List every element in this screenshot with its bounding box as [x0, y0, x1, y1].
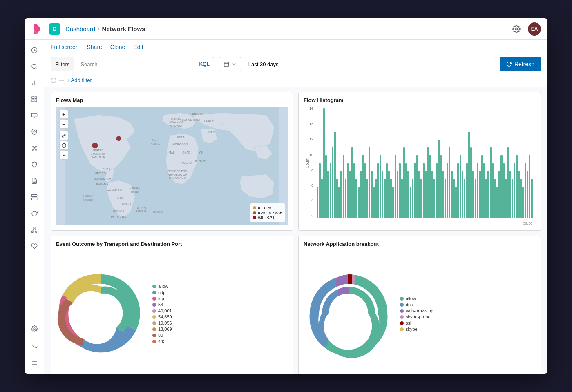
time-picker[interactable]	[219, 57, 241, 71]
y-label-8: 8	[311, 168, 313, 172]
hist-bar	[416, 155, 418, 218]
content-area: Full screen Share Clone Edit Filters KQL…	[25, 40, 547, 374]
svg-text:STATES OF: STATES OF	[90, 152, 106, 155]
breadcrumb-current: Network Flows	[102, 25, 145, 32]
flow-histogram-title: Flow Histogram	[304, 97, 536, 103]
sidebar-item-settings[interactable]	[27, 321, 42, 336]
svg-rect-28	[31, 198, 37, 200]
breadcrumb-separator: /	[98, 25, 99, 32]
hist-bar	[355, 179, 357, 218]
hist-bar	[407, 171, 409, 218]
sidebar-item-infra[interactable]	[27, 190, 42, 205]
legend-item-3: 0.5 – 0.75	[258, 216, 274, 220]
network-app-panel: Network Application breakout	[298, 236, 541, 374]
expand-button[interactable]: ⤢	[59, 131, 68, 140]
svg-text:CHAD: CHAD	[182, 151, 190, 154]
edit-link[interactable]: Edit	[133, 44, 143, 50]
hist-bar	[425, 171, 427, 218]
sidebar-item-apm[interactable]	[27, 206, 42, 221]
svg-line-24	[34, 149, 36, 149]
polygon-button[interactable]: ⬡	[59, 141, 68, 150]
hist-bar	[401, 179, 403, 218]
sidebar-item-visualize[interactable]	[27, 76, 42, 90]
svg-text:UNITED: UNITED	[93, 149, 103, 152]
hist-bar	[531, 179, 532, 218]
svg-text:SIERRA: SIERRA	[136, 207, 147, 209]
hist-bar	[518, 171, 520, 218]
filter-dot	[51, 78, 56, 83]
calendar-icon	[223, 61, 229, 67]
net-legend-skype-probe: skype-probe	[406, 314, 431, 319]
kql-badge[interactable]: KQL	[195, 57, 214, 71]
legend-10056: 10,056	[158, 321, 172, 325]
sidebar-item-security[interactable]	[27, 157, 42, 172]
rect-button[interactable]: ▪	[59, 151, 68, 160]
settings-icon[interactable]	[510, 22, 523, 36]
net-legend-dns: dns	[406, 302, 413, 307]
sidebar-item-ml[interactable]	[27, 141, 42, 156]
svg-rect-11	[32, 100, 34, 102]
clone-link[interactable]: Clone	[110, 44, 125, 50]
hist-bar	[429, 155, 431, 218]
sidebar-item-discover[interactable]	[27, 59, 42, 74]
svg-text:Atlantic: Atlantic	[130, 186, 140, 189]
svg-text:THE CONGO: THE CONGO	[169, 176, 186, 179]
sidebar-item-maps[interactable]	[27, 125, 42, 139]
breadcrumb-parent[interactable]: Dashboard	[65, 25, 95, 32]
hist-bar	[382, 171, 383, 218]
sidebar-item-logs[interactable]	[27, 174, 42, 188]
sidebar-item-canvas[interactable]	[27, 108, 42, 123]
breadcrumb: Dashboard / Network Flows	[65, 25, 145, 32]
sidebar-item-network[interactable]	[27, 223, 42, 237]
sidebar-item-dashboard[interactable]	[27, 92, 42, 107]
zoom-in-button[interactable]: +	[59, 110, 68, 119]
user-avatar[interactable]: EA	[528, 22, 541, 36]
svg-text:IRAN: IRAN	[208, 131, 215, 134]
hist-bar	[507, 147, 509, 218]
hist-bar	[336, 179, 338, 218]
event-outcome-chart	[56, 268, 146, 360]
hist-bar	[529, 155, 530, 218]
legend-53: 53	[158, 302, 163, 307]
hist-bar	[514, 163, 515, 218]
hist-bar	[405, 163, 407, 218]
y-label-6: 6	[311, 183, 313, 187]
svg-point-1	[516, 28, 518, 30]
map-legend: 0 – 0.25 0.25 – 0.5MAB 0.5 – 0.75	[250, 203, 285, 222]
add-filter-link[interactable]: + Add filter	[67, 77, 92, 83]
network-app-chart	[304, 268, 393, 360]
svg-text:UNITED: UNITED	[171, 117, 181, 120]
hist-bar	[332, 147, 333, 218]
svg-point-31	[34, 227, 35, 229]
sidebar-item-history[interactable]	[27, 43, 42, 58]
hist-bar	[436, 163, 437, 218]
sidebar-item-uptime[interactable]	[27, 239, 42, 254]
hist-bar	[323, 108, 325, 218]
svg-text:REPUBLIC OF: REPUBLIC OF	[168, 173, 187, 176]
search-input[interactable]	[77, 57, 192, 71]
sidebar-item-collapse[interactable]	[27, 356, 42, 370]
hist-bar	[527, 171, 528, 218]
hist-bar	[340, 171, 342, 218]
hist-bar	[377, 163, 379, 218]
refresh-button[interactable]: Refresh	[500, 57, 541, 71]
hist-bar	[412, 179, 413, 218]
svg-text:YE: YE	[199, 151, 203, 154]
map-controls: + − ⤢ ⬡ ▪	[59, 110, 68, 160]
svg-text:TURKEY: TURKEY	[202, 120, 214, 122]
fullscreen-link[interactable]: Full screen	[51, 44, 78, 50]
hist-bar	[345, 179, 346, 218]
share-link[interactable]: Share	[87, 44, 102, 50]
time-range-value[interactable]: Last 30 days	[244, 57, 496, 71]
hist-bar	[410, 187, 411, 218]
svg-text:LEONE: LEONE	[136, 210, 146, 213]
sidebar-item-alerts[interactable]	[27, 338, 42, 352]
zoom-out-button[interactable]: −	[59, 120, 68, 129]
hist-bar	[494, 179, 496, 218]
hist-bar	[375, 179, 377, 218]
hist-bar	[505, 179, 507, 218]
network-app-title: Network Application breakout	[304, 241, 536, 247]
hist-bar	[500, 155, 502, 218]
map-container[interactable]: UNITED STATES OF AMERICA UNITED KINGDOM …	[56, 107, 288, 225]
svg-text:Ocean: Ocean	[83, 198, 93, 202]
